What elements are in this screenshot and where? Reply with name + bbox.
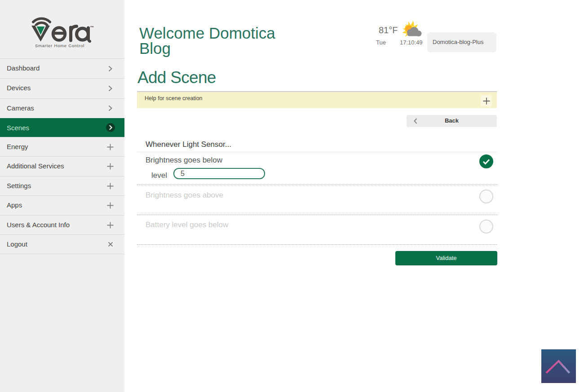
svg-text:™: ™ [90,25,94,30]
svg-text:Smarter Home Control: Smarter Home Control [35,43,84,48]
